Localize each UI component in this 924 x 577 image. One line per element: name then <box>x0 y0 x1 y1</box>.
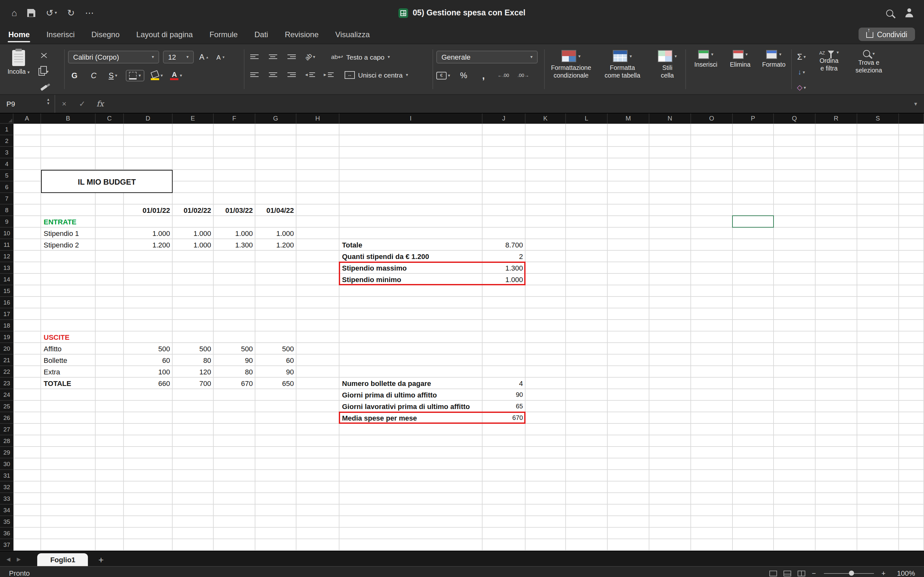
cell-E8[interactable]: 01/02/22 <box>173 205 214 216</box>
col-header-N[interactable]: N <box>649 113 691 124</box>
cell-I23[interactable]: Numero bollette da pagare <box>339 378 483 389</box>
font-size-select[interactable]: 12▾ <box>163 51 194 63</box>
decrease-decimal-button[interactable]: .00→ <box>517 69 530 81</box>
cell-D21[interactable]: 60 <box>124 355 173 366</box>
cell-B11[interactable]: Stipendio 2 <box>41 239 95 251</box>
row-header-34[interactable]: 34 <box>0 504 13 516</box>
redo-button[interactable]: ↻ <box>67 8 74 17</box>
prev-sheet-button[interactable]: ◀ <box>6 556 10 562</box>
cell-B20[interactable]: Affitto <box>41 343 95 355</box>
copy-button[interactable]: ▾ <box>37 66 50 78</box>
cell-D22[interactable]: 100 <box>124 366 173 378</box>
cell-E11[interactable]: 1.000 <box>173 239 214 251</box>
delete-cells-button[interactable]: ▾ Elimina <box>725 44 756 94</box>
col-header-Q[interactable]: Q <box>774 113 816 124</box>
cell-B10[interactable]: Stipendio 1 <box>41 227 95 239</box>
name-box[interactable]: P9 ▲▼ <box>0 95 55 113</box>
cell-J26[interactable]: 670 <box>483 412 525 424</box>
row-header-31[interactable]: 31 <box>0 470 13 482</box>
cell-D10[interactable]: 1.000 <box>124 227 173 239</box>
col-header-B[interactable]: B <box>41 113 95 124</box>
cell-J11[interactable]: 8.700 <box>483 239 525 251</box>
col-header-J[interactable]: J <box>483 113 525 124</box>
row-header-28[interactable]: 28 <box>0 435 13 447</box>
cell-F11[interactable]: 1.300 <box>214 239 255 251</box>
tab-revisione[interactable]: Revisione <box>276 30 327 44</box>
cancel-entry-button[interactable]: × <box>55 99 73 108</box>
decrease-indent-button[interactable]: ◂ <box>304 69 317 81</box>
account-icon[interactable] <box>905 8 914 17</box>
save-button[interactable] <box>27 9 36 17</box>
font-color-button[interactable]: A ▾ <box>170 69 183 81</box>
cut-button[interactable] <box>37 50 50 62</box>
paste-button[interactable]: Incolla ▾ <box>4 44 33 94</box>
cell-E21[interactable]: 80 <box>173 355 214 366</box>
cell-G8[interactable]: 01/04/22 <box>255 205 296 216</box>
cell-E10[interactable]: 1.000 <box>173 227 214 239</box>
cell-J23[interactable]: 4 <box>483 378 525 389</box>
cell-I12[interactable]: Quanti stipendi da € 1.200 <box>339 251 483 262</box>
cell-G22[interactable]: 90 <box>255 366 296 378</box>
col-header-L[interactable]: L <box>566 113 607 124</box>
cell-B9[interactable]: ENTRATE <box>41 216 95 227</box>
font-name-select[interactable]: Calibri (Corpo)▾ <box>68 51 159 63</box>
row-header-22[interactable]: 22 <box>0 366 13 378</box>
cell-I26[interactable]: Media spese per mese <box>339 412 483 424</box>
align-top-button[interactable] <box>248 51 260 63</box>
col-header-G[interactable]: G <box>255 113 296 124</box>
zoom-in-button[interactable]: + <box>881 569 885 577</box>
zoom-out-button[interactable]: − <box>812 569 816 577</box>
underline-button[interactable]: S▾ <box>107 69 120 81</box>
cell-F23[interactable]: 670 <box>214 378 255 389</box>
row-header-12[interactable]: 12 <box>0 251 13 262</box>
comma-style-button[interactable]: , <box>477 69 490 81</box>
cell-F8[interactable]: 01/03/22 <box>214 205 255 216</box>
cell-G11[interactable]: 1.200 <box>255 239 296 251</box>
tab-inserisci[interactable]: Inserisci <box>38 30 83 44</box>
row-header-9[interactable]: 9 <box>0 216 13 227</box>
cell-B22[interactable]: Extra <box>41 366 95 378</box>
zoom-level[interactable]: 100% <box>892 569 915 577</box>
col-header-P[interactable]: P <box>733 113 774 124</box>
search-icon[interactable] <box>886 9 893 16</box>
row-header-15[interactable]: 15 <box>0 285 13 297</box>
row-header-7[interactable]: 7 <box>0 193 13 205</box>
cell-D8[interactable]: 01/01/22 <box>124 205 173 216</box>
cell-I13[interactable]: Stipendio massimo <box>339 262 483 274</box>
align-right-button[interactable] <box>285 69 298 81</box>
find-select-button[interactable]: ▾ Trova eseleziona <box>850 44 887 94</box>
col-header-I[interactable]: I <box>339 113 483 124</box>
tab-home[interactable]: Home <box>0 30 38 44</box>
borders-button[interactable]: ▾ <box>126 69 144 81</box>
number-format-select[interactable]: Generale▾ <box>436 51 538 63</box>
tab-dati[interactable]: Dati <box>246 30 276 44</box>
cell-J25[interactable]: 65 <box>483 401 525 412</box>
cell-J24[interactable]: 90 <box>483 389 525 401</box>
col-header-F[interactable]: F <box>214 113 255 124</box>
align-center-button[interactable] <box>266 69 279 81</box>
clear-button[interactable]: ◇▾ <box>795 81 808 93</box>
row-header-13[interactable]: 13 <box>0 262 13 274</box>
row-header-26[interactable]: 26 <box>0 412 13 424</box>
increase-decimal-button[interactable]: ←.00 <box>497 69 510 81</box>
more-commands-button[interactable]: ⋯ <box>85 8 94 17</box>
share-button[interactable]: Condividi <box>858 27 915 41</box>
cell-E22[interactable]: 120 <box>173 366 214 378</box>
cell-B5[interactable]: IL MIO BUDGET <box>41 170 173 193</box>
bold-button[interactable]: G <box>68 69 81 81</box>
row-header-3[interactable]: 3 <box>0 147 13 158</box>
row-header-21[interactable]: 21 <box>0 355 13 366</box>
col-header-O[interactable]: O <box>691 113 733 124</box>
col-header-C[interactable]: C <box>95 113 124 124</box>
row-header-20[interactable]: 20 <box>0 343 13 355</box>
col-header-D[interactable]: D <box>124 113 173 124</box>
row-header-29[interactable]: 29 <box>0 447 13 458</box>
col-header-S[interactable]: S <box>857 113 899 124</box>
cell-D11[interactable]: 1.200 <box>124 239 173 251</box>
row-header-11[interactable]: 11 <box>0 239 13 251</box>
merge-center-button[interactable]: ↔ Unisci e centra▾ <box>344 69 408 81</box>
fill-button[interactable]: ↓▾ <box>795 66 808 78</box>
tab-disegno[interactable]: Disegno <box>83 30 128 44</box>
orientation-button[interactable]: ab▾ <box>304 51 317 63</box>
decrease-font-button[interactable]: A▼ <box>214 51 227 63</box>
